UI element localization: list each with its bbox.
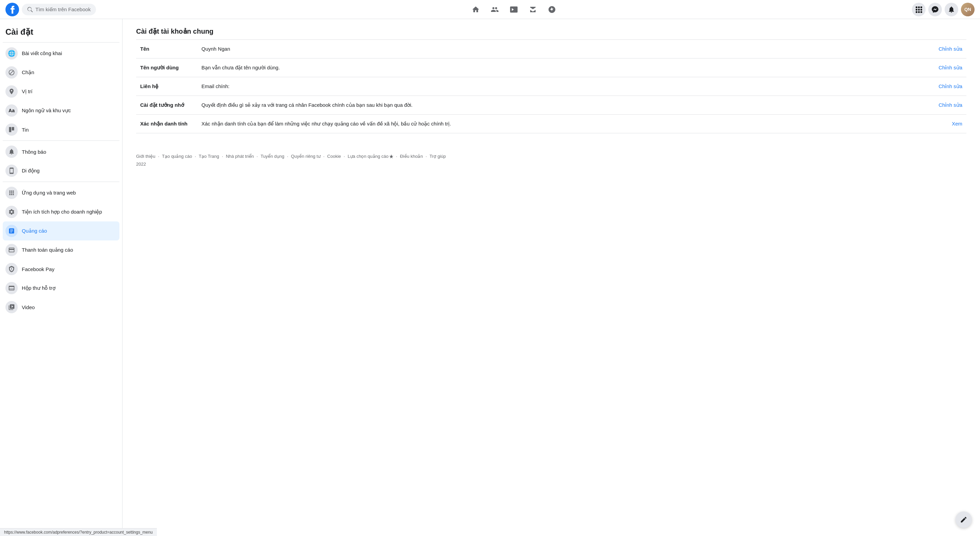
- notifications-btn[interactable]: [945, 3, 958, 16]
- view-identity-btn[interactable]: Xem: [952, 121, 962, 127]
- table-row-memorial: Cài đặt tưởng nhớ Quyết định điều gì sẽ …: [136, 96, 966, 115]
- sidebar-label-business: Tiện ích tích hợp cho doanh nghiệp: [22, 209, 102, 215]
- stories-icon: [5, 124, 18, 136]
- ad-choices-icon: [389, 154, 393, 159]
- edit-contact-btn[interactable]: Chỉnh sửa: [939, 83, 962, 89]
- value-name: Quynh Ngan: [197, 40, 882, 59]
- svg-rect-11: [12, 127, 14, 131]
- footer: Giới thiệu · Tạo quảng cáo · Tạo Trang ·…: [136, 147, 966, 173]
- sidebar: Cài đặt 🌐 Bài viết công khai Chặn Vị trí…: [0, 19, 123, 536]
- edit-memorial-btn[interactable]: Chỉnh sửa: [939, 102, 962, 108]
- footer-link-create-page[interactable]: Tạo Trang: [199, 154, 219, 159]
- svg-rect-3: [920, 6, 922, 8]
- sidebar-item-ads[interactable]: Quảng cáo: [3, 221, 119, 241]
- table-row-name: Tên Quynh Ngan Chỉnh sửa: [136, 40, 966, 59]
- nav-marketplace-btn[interactable]: [525, 2, 541, 18]
- sidebar-item-stories[interactable]: Tin: [3, 120, 119, 139]
- facebook-logo-icon[interactable]: [5, 3, 19, 16]
- top-navigation: Tìm kiếm trên Facebook: [0, 0, 980, 19]
- sidebar-label-ads: Quảng cáo: [22, 228, 47, 234]
- svg-rect-6: [920, 9, 922, 11]
- label-name: Tên: [136, 40, 197, 59]
- footer-link-privacy[interactable]: Quyền riêng tư: [291, 154, 321, 159]
- svg-rect-10: [9, 127, 11, 132]
- sidebar-label-ad-payments: Thanh toán quảng cáo: [22, 247, 73, 253]
- sidebar-item-business[interactable]: Tiện ích tích hợp cho doanh nghiệp: [3, 202, 119, 221]
- svg-rect-4: [916, 9, 917, 11]
- search-bar[interactable]: Tìm kiếm trên Facebook: [22, 4, 96, 15]
- footer-links: Giới thiệu · Tạo quảng cáo · Tạo Trang ·…: [136, 154, 966, 159]
- sidebar-item-mobile[interactable]: Di động: [3, 161, 119, 180]
- sidebar-label-location: Vị trí: [22, 89, 33, 95]
- sidebar-item-location[interactable]: Vị trí: [3, 82, 119, 101]
- table-row-identity: Xác nhận danh tính Xác nhận danh tính củ…: [136, 115, 966, 133]
- sidebar-label-block: Chặn: [22, 70, 34, 76]
- svg-rect-2: [918, 6, 920, 8]
- footer-link-help[interactable]: Trợ giúp: [430, 154, 446, 159]
- value-memorial: Quyết định điều gì sẽ xảy ra với trang c…: [197, 96, 882, 115]
- edit-name-btn[interactable]: Chỉnh sửa: [939, 46, 962, 52]
- avatar-btn[interactable]: QN: [961, 3, 975, 16]
- value-username: Bạn vẫn chưa đặt tên người dùng.: [197, 59, 882, 77]
- sidebar-item-facebook-pay[interactable]: Facebook Pay: [3, 260, 119, 279]
- public-posts-icon: 🌐: [5, 47, 18, 60]
- compose-btn[interactable]: [956, 512, 972, 528]
- apps-icon: [5, 187, 18, 199]
- sidebar-item-ad-payments[interactable]: Thanh toán quảng cáo: [3, 241, 119, 260]
- sidebar-item-language[interactable]: Aa Ngôn ngữ và khu vực: [3, 101, 119, 120]
- compose-icon: [960, 516, 967, 523]
- sidebar-item-video[interactable]: Video: [3, 298, 119, 317]
- messenger-btn[interactable]: [928, 3, 942, 16]
- footer-link-create-ad[interactable]: Tạo quảng cáo: [162, 154, 192, 159]
- svg-rect-9: [920, 11, 922, 13]
- nav-friends-btn[interactable]: [487, 2, 503, 18]
- sidebar-divider-1: [3, 140, 119, 141]
- footer-link-cookie[interactable]: Cookie: [327, 154, 341, 159]
- topnav-right: QN: [907, 3, 975, 16]
- search-icon: [27, 7, 33, 12]
- footer-link-developers[interactable]: Nhà phát triển: [226, 154, 254, 159]
- ad-payments-icon: [5, 244, 18, 256]
- nav-home-btn[interactable]: [468, 2, 484, 18]
- footer-link-about[interactable]: Giới thiệu: [136, 154, 155, 159]
- footer-ad-choices[interactable]: Lựa chọn quảng cáo: [348, 154, 393, 159]
- main-layout: Cài đặt 🌐 Bài viết công khai Chặn Vị trí…: [0, 19, 980, 536]
- sidebar-item-public-posts[interactable]: 🌐 Bài viết công khai: [3, 44, 119, 63]
- sidebar-item-apps[interactable]: Ứng dụng và trang web: [3, 183, 119, 202]
- ads-icon: [5, 225, 18, 237]
- sidebar-label-facebook-pay: Facebook Pay: [22, 266, 54, 272]
- value-contact: Email chính:: [197, 77, 882, 96]
- svg-rect-8: [918, 11, 920, 13]
- svg-rect-1: [916, 6, 917, 8]
- sidebar-label-video: Video: [22, 304, 35, 310]
- search-placeholder: Tìm kiếm trên Facebook: [35, 6, 91, 13]
- sidebar-label-notifications: Thông báo: [22, 149, 46, 155]
- footer-link-terms[interactable]: Điều khoản: [400, 154, 423, 159]
- sidebar-label-public-posts: Bài viết công khai: [22, 50, 62, 57]
- sidebar-label-support-inbox: Hộp thư hỗ trợ: [22, 285, 56, 291]
- video-icon: [5, 301, 18, 313]
- nav-watch-btn[interactable]: [506, 2, 522, 18]
- main-content: Cài đặt tài khoản chung Tên Quynh Ngan C…: [123, 19, 980, 536]
- sidebar-item-block[interactable]: Chặn: [3, 63, 119, 82]
- avatar: QN: [961, 3, 975, 16]
- table-row-username: Tên người dùng Bạn vẫn chưa đặt tên ngườ…: [136, 59, 966, 77]
- sidebar-label-mobile: Di động: [22, 168, 40, 174]
- label-contact: Liên hệ: [136, 77, 197, 96]
- business-icon: [5, 206, 18, 218]
- nav-groups-btn[interactable]: [544, 2, 560, 18]
- footer-link-ad-choices[interactable]: Lựa chọn quảng cáo: [348, 154, 388, 159]
- edit-username-btn[interactable]: Chỉnh sửa: [939, 65, 962, 71]
- sidebar-divider-2: [3, 182, 119, 182]
- sidebar-item-support-inbox[interactable]: Hộp thư hỗ trợ: [3, 279, 119, 298]
- label-memorial: Cài đặt tưởng nhớ: [136, 96, 197, 115]
- footer-link-careers[interactable]: Tuyển dụng: [261, 154, 285, 159]
- sidebar-label-apps: Ứng dụng và trang web: [22, 190, 76, 196]
- topnav-left: Tìm kiếm trên Facebook: [5, 3, 121, 16]
- value-identity: Xác nhận danh tính của bạn để làm những …: [197, 115, 882, 133]
- sidebar-label-language: Ngôn ngữ và khu vực: [22, 108, 71, 114]
- grid-menu-btn[interactable]: [912, 3, 926, 16]
- page-title: Cài đặt tài khoản chung: [136, 27, 966, 40]
- statusbar: https://www.facebook.com/adpreferences/?…: [0, 528, 157, 536]
- sidebar-item-notifications[interactable]: Thông báo: [3, 142, 119, 161]
